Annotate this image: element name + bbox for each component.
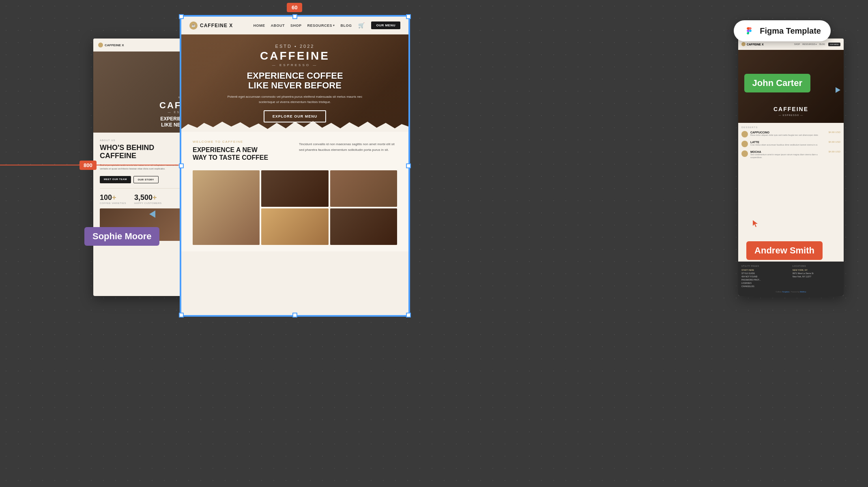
resize-handle-br[interactable] [406,313,411,318]
site-logo-text: CAFFEINE X [200,23,233,28]
right-card-footer-link-5[interactable]: LICENSES [741,282,789,284]
right-card-footer-addr: 8671 West La Sierra StNew York, NY 11377 [793,272,840,278]
right-card-menu-dot-1 [741,131,748,137]
site-hero-espresso: — ESPRESSO — [226,63,364,67]
right-card-mocha-name: MOCHA [750,150,826,153]
resize-handle-ml[interactable] [179,163,184,168]
right-card-footer-link-2[interactable]: STYLE GUIDE [741,272,789,275]
right-card-footer-utility-label: UTILITY PAGES [741,265,789,267]
right-card-nav-links: SHOP RESOURCES ▾ BLOG [794,43,825,45]
john-carter-badge: John Carter [744,74,810,92]
site-nav-resources[interactable]: RESOURCES ▾ [307,24,335,28]
andrew-smith-label: Andrew Smith [754,245,814,255]
resize-handle-tm[interactable] [292,14,297,19]
john-carter-label: John Carter [752,78,802,88]
resize-handle-bm[interactable] [292,313,297,318]
figma-template-label: Figma Template [760,26,821,36]
site-section-col-right: Tincidunt convallis id non maecenas sagi… [299,140,397,165]
right-card-footer-link-4[interactable]: PASSWORD PROT... [741,279,789,281]
site-nav-btn[interactable]: OUR MENU [371,21,400,29]
site-grid-img-girl-inner [261,208,328,245]
right-card-menu-item-1: CAPPUCCINO Risus tortor aliquam dolor qu… [741,131,840,137]
site-hero: ESTD • 2022 CAFFEINE — ESPRESSO — EXPERI… [181,34,408,132]
site-grid-img-pour-inner [330,170,397,207]
site-nav-cart-icon[interactable]: 🛒 [358,22,365,28]
website-inner: ☕ CAFFEINE X HOME ABOUT SHOP RESOURCES ▾… [181,17,408,315]
left-card-btn-team[interactable]: MEET OUR TEAM [100,176,131,183]
right-card-footer-utility: UTILITY PAGES START HERE STYLE GUIDE 404… [741,265,789,288]
right-card-menu-dot-2 [741,141,748,147]
site-section-cols: WELCOME TO CAFFEINE EXPERIENCE A NEWWAY … [193,140,397,165]
resize-handle-tl[interactable] [179,14,184,19]
right-card-footer-templates: Templates [782,291,789,293]
right-card-hero-content: CAFFEINE — ESPRESSO — [738,106,844,116]
right-card-latte-desc: Cras metus etiam accumsan faucibus dime … [750,144,826,146]
right-card-nav-blog: BLOG [819,43,825,45]
left-card-stat-label-1: COFFEE VARIETIES [100,202,126,204]
site-logo: ☕ CAFFEINE X [189,21,233,30]
left-card-stat-num-2: 3,500+ [134,193,162,202]
right-card-footer-columns: UTILITY PAGES START HERE STYLE GUIDE 404… [741,265,840,288]
right-card-menu-section: DESSERTS CAPPUCCINO Risus tortor aliquam… [738,123,844,165]
site-section-body: Tincidunt convallis id non maecenas sagi… [299,142,395,152]
right-card-logo: CAFFEINE X [741,42,764,46]
right-card-cappuccino-desc: Risus tortor aliquam dolor quis sed matt… [750,134,826,137]
right-card-footer-link-6[interactable]: CHANGELOG [741,285,789,287]
right-card-footer-bottom: Caffeine Templates · Powered by Webflow [741,291,840,293]
right-card-footer: UTILITY PAGES START HERE STYLE GUIDE 404… [738,262,844,296]
right-card-logo-icon [741,42,746,46]
left-card-stat-num-1: 100+ [100,193,126,202]
site-nav-home[interactable]: HOME [253,24,265,28]
right-card-footer-locations: LOCATIONS NEW YORK, NY 8671 West La Sier… [793,265,840,288]
canvas: 800 CAFFEINE X HO... OUR MENU ESTD 2022 … [0,0,868,487]
resize-handle-mr[interactable] [406,163,411,168]
site-hero-desc: Potenti eget accumsan commodo vel pharet… [226,94,364,105]
site-hero-brand: CAFFEINE [226,49,364,62]
site-grid-img-girl [261,208,328,245]
site-grid-img-latte-inner [193,170,260,245]
figma-icon [743,25,755,36]
ruler-label: 800 [79,161,97,170]
site-hero-estd: ESTD • 2022 [226,44,364,49]
width-indicator: 60 [287,3,302,12]
site-welcome-label: WELCOME TO CAFFEINE [193,140,291,144]
site-grid-img-beans-inner [261,170,328,207]
right-card-footer-link-1[interactable]: START HERE [741,269,789,271]
left-card-logo-icon [98,43,103,47]
left-card-stat-label-2: HAPPY CUSTOMERS [134,202,162,204]
site-nav-blog[interactable]: BLOG [340,24,352,28]
site-section-title: EXPERIENCE A NEWWAY TO TASTE COFFEE [193,146,291,161]
right-card-menu-dot-3 [741,150,748,157]
right-card-cappuccino-price: $4.99 USD [829,131,840,133]
cursor-right-area [752,219,759,230]
sophie-moore-label: Sophie Moore [92,231,151,241]
resize-handle-bl[interactable] [179,313,184,318]
site-section-col-left: WELCOME TO CAFFEINE EXPERIENCE A NEWWAY … [193,140,291,165]
site-nav-shop[interactable]: SHOP [290,24,302,28]
site-nav-about[interactable]: ABOUT [271,24,285,28]
right-card-menu-item-3: MOCHA Sed condimentum amet in neque ipsu… [741,150,840,159]
site-hero-cta-button[interactable]: EXPLORE OUR MENU [264,110,327,122]
right-card-menu-info-2: LATTE Cras metus etiam accumsan faucibus… [750,141,826,146]
right-card-footer-link-3[interactable]: 404 NOT FOUND [741,275,789,278]
right-card-menu-info-3: MOCHA Sed condimentum amet in neque ipsu… [750,150,826,159]
right-card-mocha-desc: Sed condimentum amet in neque ipsum rutr… [750,153,826,159]
resize-handle-tr[interactable] [406,14,411,19]
right-card-nav-btn: OUR MENU [828,43,840,46]
right-card-footer-location-name: NEW YORK, NY [793,269,840,271]
sophie-moore-badge: Sophie Moore [84,227,159,246]
right-card-latte-price: $4.99 USD [829,141,840,143]
nav-pointer-left [149,210,155,218]
nav-pointer-right-icon [836,87,840,93]
cursor-arrow-icon [752,219,759,228]
nav-pointer-arrow-left-icon [149,210,155,218]
right-card-footer-location-label: LOCATIONS [793,265,840,267]
right-card-nav-shop: SHOP [794,43,800,45]
left-card-stat-1: 100+ COFFEE VARIETIES [100,193,126,204]
nav-pointer-right [836,87,840,93]
right-card-mocha-price: $4.99 USD [829,150,840,153]
right-card-latte-name: LATTE [750,141,826,144]
right-card-menu-label: DESSERTS [741,126,840,129]
left-card-btn-story[interactable]: OUR STORY [133,176,159,183]
left-card-stat-2: 3,500+ HAPPY CUSTOMERS [134,193,162,204]
